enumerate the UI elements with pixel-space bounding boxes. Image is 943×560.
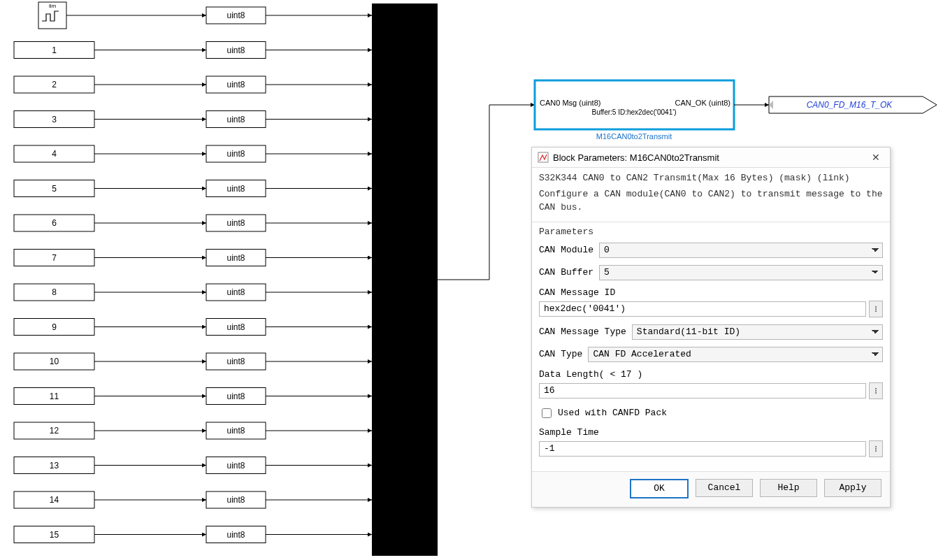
constant-block-10[interactable]: 10	[14, 353, 94, 370]
can-transmit-block[interactable]: CAN0 Msg (uint8) CAN_OK (uint8) Buffer:5…	[535, 80, 734, 141]
svg-text:11: 11	[50, 392, 59, 401]
convert-block-0[interactable]: uint8	[206, 7, 266, 24]
constant-block-8[interactable]: 8	[14, 284, 94, 301]
svg-text:uint8: uint8	[226, 10, 245, 20]
close-button[interactable]: ✕	[868, 149, 884, 166]
svg-text:uint8: uint8	[226, 461, 245, 471]
svg-text:12: 12	[50, 426, 59, 436]
apply-button[interactable]: Apply	[824, 479, 881, 497]
dialog-description: S32K344 CAN0 to CAN2 Transmit(Max 16 Byt…	[532, 168, 890, 222]
goto-tag-label: CAN0_FD_M16_T_OK	[807, 100, 893, 110]
can-type-label: CAN Type	[539, 349, 582, 359]
can-module-select[interactable]: 0	[599, 243, 883, 258]
sampletime-more-button[interactable]	[869, 440, 883, 457]
can-block-right-text: CAN_OK (uint8)	[675, 99, 730, 107]
constant-block-14[interactable]: 14	[14, 491, 94, 508]
mux-block[interactable]	[372, 3, 438, 556]
cancel-button[interactable]: Cancel	[696, 479, 753, 497]
constant-block-9[interactable]: 9	[14, 319, 94, 336]
constant-block-12[interactable]: 12	[14, 422, 94, 439]
svg-text:uint8: uint8	[226, 530, 245, 540]
constant-block-13[interactable]: 13	[14, 457, 94, 474]
convert-block-5[interactable]: uint8	[206, 180, 266, 197]
svg-text:2: 2	[52, 80, 57, 89]
can-buffer-select[interactable]: 5	[599, 265, 883, 280]
convert-block-4[interactable]: uint8	[206, 145, 266, 162]
convert-block-13[interactable]: uint8	[206, 457, 266, 474]
convert-block-12[interactable]: uint8	[206, 422, 266, 439]
svg-text:1: 1	[52, 45, 57, 55]
svg-text:8: 8	[52, 287, 57, 297]
datalen-more-button[interactable]	[869, 382, 883, 399]
desc-line1: S32K344 CAN0 to CAN2 Transmit(Max 16 Byt…	[539, 172, 883, 185]
mux-to-can-signal	[438, 105, 535, 280]
canfd-pack-label: Used with CANFD Pack	[558, 408, 667, 418]
convert-block-15[interactable]: uint8	[206, 526, 266, 543]
ok-button[interactable]: OK	[630, 479, 689, 498]
sampletime-input[interactable]	[539, 441, 866, 457]
convert-block-8[interactable]: uint8	[206, 284, 266, 301]
block-parameters-dialog: Block Parameters: M16CAN0to2Transmit ✕ S…	[531, 147, 891, 508]
can-buffer-label: CAN Buffer	[539, 267, 593, 278]
convert-block-2[interactable]: uint8	[206, 76, 266, 93]
convert-block-10[interactable]: uint8	[206, 353, 266, 370]
can-type-select[interactable]: CAN FD Accelerated	[588, 347, 883, 362]
constant-block-3[interactable]: 3	[14, 111, 94, 128]
dialog-icon	[538, 152, 549, 163]
goto-tag-block[interactable]: CAN0_FD_M16_T_OK	[769, 96, 937, 113]
can-msgid-input[interactable]	[539, 301, 866, 317]
svg-text:uint8: uint8	[226, 184, 245, 194]
svg-text:uint8: uint8	[226, 149, 245, 159]
can-block-caption: M16CAN0to2Transmit	[596, 132, 672, 141]
svg-text:7: 7	[52, 253, 57, 263]
constant-block-7[interactable]: 7	[14, 250, 94, 266]
convert-block-3[interactable]: uint8	[206, 111, 266, 128]
convert-block-1[interactable]: uint8	[206, 42, 266, 59]
convert-block-11[interactable]: uint8	[206, 388, 266, 405]
constant-block-5[interactable]: 5	[14, 180, 94, 197]
svg-text:uint8: uint8	[226, 426, 245, 436]
convert-block-9[interactable]: uint8	[206, 319, 266, 336]
can-msgtype-select[interactable]: Standard(11-bit ID)	[632, 324, 883, 340]
can-msgid-label: CAN Message ID	[539, 287, 883, 298]
constant-block-11[interactable]: 11	[14, 388, 94, 405]
svg-text:lim: lim	[49, 3, 57, 9]
can-block-left-text: CAN0 Msg (uint8)	[540, 99, 600, 107]
constant-block-1[interactable]: 1	[14, 42, 94, 59]
datalen-input[interactable]	[539, 383, 866, 399]
dialog-titlebar[interactable]: Block Parameters: M16CAN0to2Transmit ✕	[532, 148, 890, 168]
constant-block-4[interactable]: 4	[14, 145, 94, 162]
convert-block-6[interactable]: uint8	[206, 215, 266, 231]
constant-block-15[interactable]: 15	[14, 526, 94, 543]
constant-block-2[interactable]: 2	[14, 76, 94, 93]
svg-text:3: 3	[52, 115, 57, 124]
parameters-section-title: Parameters	[539, 224, 883, 243]
svg-text:uint8: uint8	[226, 218, 245, 228]
svg-text:15: 15	[50, 530, 59, 540]
svg-text:14: 14	[50, 495, 59, 505]
svg-text:uint8: uint8	[226, 287, 245, 297]
convert-block-7[interactable]: uint8	[206, 250, 266, 266]
datalen-label: Data Length( < 17 )	[539, 369, 883, 380]
svg-text:4: 4	[52, 149, 57, 159]
svg-text:uint8: uint8	[226, 357, 245, 366]
svg-text:uint8: uint8	[226, 322, 245, 332]
source-block-lim[interactable]: lim	[38, 2, 66, 29]
sampletime-label: Sample Time	[539, 427, 883, 438]
dialog-button-bar: OK Cancel Help Apply	[532, 471, 890, 507]
can-msgtype-label: CAN Message Type	[539, 326, 626, 337]
svg-text:uint8: uint8	[226, 80, 245, 89]
msgid-more-button[interactable]	[869, 301, 883, 317]
svg-text:5: 5	[52, 184, 57, 194]
svg-text:uint8: uint8	[226, 495, 245, 505]
canfd-pack-checkbox[interactable]	[542, 408, 552, 418]
svg-text:uint8: uint8	[226, 392, 245, 401]
convert-block-14[interactable]: uint8	[206, 491, 266, 508]
svg-text:6: 6	[52, 218, 57, 228]
desc-line2: Configure a CAN module(CAN0 to CAN2) to …	[539, 188, 883, 215]
svg-text:9: 9	[52, 322, 57, 332]
constant-block-6[interactable]: 6	[14, 215, 94, 231]
help-button[interactable]: Help	[760, 479, 817, 497]
can-block-sub-text: Buffer:5 ID:hex2dec('0041')	[592, 108, 677, 116]
svg-text:uint8: uint8	[226, 253, 245, 263]
